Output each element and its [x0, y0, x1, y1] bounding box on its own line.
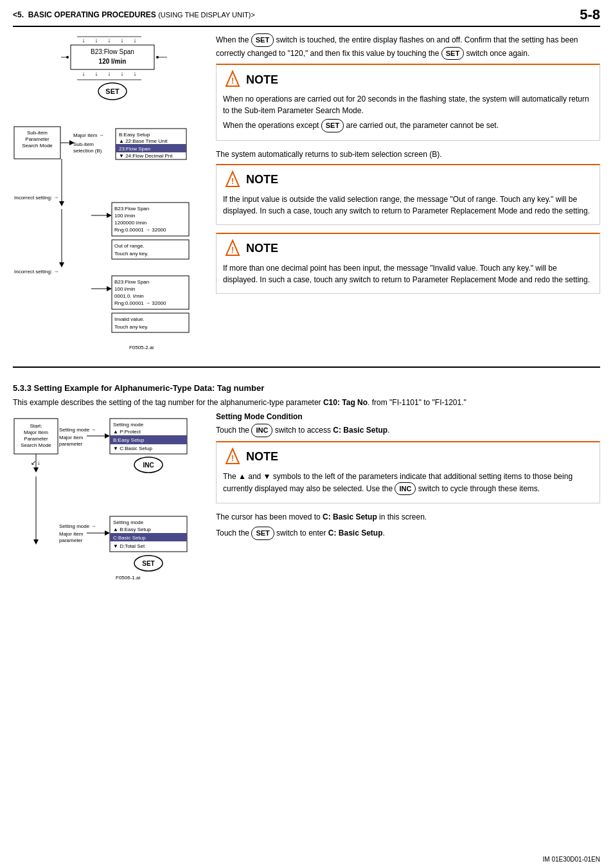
svg-text:SET: SET: [142, 560, 154, 567]
svg-text:!: !: [231, 454, 234, 463]
footer-label: IM 01E30D01-01EN: [543, 856, 601, 863]
note-box-1: ! NOTE When no operations are carried ou…: [216, 64, 600, 141]
svg-text:Search Mode: Search Mode: [21, 442, 51, 448]
svg-text:↓: ↓: [82, 70, 85, 77]
note-box-3: ! NOTE If more than one decimal point ha…: [216, 233, 600, 294]
svg-text:↓: ↓: [134, 37, 137, 44]
page-number: 5-8: [580, 6, 600, 23]
svg-marker-75: [33, 467, 39, 473]
note-header-2: ! NOTE: [223, 170, 593, 190]
svg-text:100 l/min: 100 l/min: [114, 213, 135, 219]
note-title-3: NOTE: [246, 242, 278, 255]
right-text: When the SET switch is touched, the enti…: [216, 33, 600, 359]
svg-text:Incorrect setting: →: Incorrect setting: →: [14, 195, 58, 201]
svg-text:Setting mode: Setting mode: [113, 520, 144, 525]
svg-text:F0505-2.ai: F0505-2.ai: [129, 345, 154, 350]
svg-text:C:Basic Setup: C:Basic Setup: [113, 535, 146, 541]
svg-text:▲ 22:Base Time Unit: ▲ 22:Base Time Unit: [119, 138, 168, 144]
svg-text:↓: ↓: [121, 37, 124, 44]
svg-text:↓: ↓: [108, 37, 111, 44]
svg-text:↓: ↓: [121, 70, 124, 77]
svg-text:parameter: parameter: [59, 538, 83, 543]
svg-text:Setting mode →: Setting mode →: [59, 427, 96, 433]
note-header-1: ! NOTE: [223, 70, 593, 89]
note-box-4: ! NOTE The ▲ and ▼ symbols to the left o…: [216, 441, 600, 504]
svg-text:0001.0.   l/min: 0001.0. l/min: [114, 293, 144, 299]
svg-text:120 l/min: 120 l/min: [99, 58, 127, 65]
svg-text:Start:: Start:: [30, 423, 42, 429]
svg-text:Search Mode: Search Mode: [22, 143, 53, 149]
note-header-3: ! NOTE: [223, 239, 593, 258]
svg-text:100 l/min: 100 l/min: [114, 286, 135, 292]
svg-text:!: !: [231, 177, 234, 186]
set-button-inline: SET: [251, 33, 274, 47]
note-title-4: NOTE: [246, 450, 278, 464]
set-btn-note1: SET: [321, 119, 344, 132]
svg-text:B:Easy Setup: B:Easy Setup: [119, 132, 150, 138]
note-text-4: The ▲ and ▼ symbols to the left of the p…: [223, 471, 593, 496]
svg-marker-92: [33, 539, 39, 545]
bottom-right-text: Setting Mode Condition Touch the INC swi…: [216, 412, 600, 652]
svg-text:Rng:0.00001 → 32000: Rng:0.00001 → 32000: [114, 227, 166, 233]
note-icon-4: !: [223, 448, 242, 467]
setting-mode-text1: Touch the INC switch to access C: Basic …: [216, 424, 600, 437]
svg-text:Incorrect setting: →: Incorrect setting: →: [14, 269, 58, 275]
note-text-1: When no operations are carried out for 2…: [223, 93, 593, 132]
svg-text:Setting mode: Setting mode: [113, 422, 144, 428]
svg-text:Sub-item: Sub-item: [27, 130, 48, 136]
note-icon-1: !: [223, 70, 242, 89]
bottom-diagram-svg: Start: Major Item Parameter Search Mode …: [13, 412, 199, 650]
svg-text:B23:Flow Span: B23:Flow Span: [114, 206, 149, 212]
set-description: When the SET switch is touched, the enti…: [216, 33, 600, 60]
svg-text:Touch any key.: Touch any key.: [114, 251, 148, 257]
set-btn-bottom: SET: [251, 527, 274, 540]
page-title: <5. BASIC OPERATING PROCEDURES (USING TH…: [13, 10, 255, 19]
sub-item-return-text: The system automatically returns to sub-…: [216, 149, 600, 160]
svg-marker-53: [107, 286, 112, 291]
page: <5. BASIC OPERATING PROCEDURES (USING TH…: [0, 0, 613, 868]
setting-mode-condition-label: Setting Mode Condition: [216, 412, 600, 421]
cursor-moved-text: The cursor has been moved to C: Basic Se…: [216, 511, 600, 523]
svg-text:Parameter: Parameter: [24, 436, 48, 442]
note-icon-3: !: [223, 239, 242, 258]
note-box-2: ! NOTE If the input value is outside the…: [216, 164, 600, 225]
svg-text:↓: ↓: [108, 70, 111, 77]
svg-text:selection (B): selection (B): [73, 148, 102, 154]
touch-set-text: Touch the SET switch to enter C: Basic S…: [216, 527, 600, 540]
svg-text:23:Flow Span: 23:Flow Span: [119, 146, 150, 152]
svg-text:B:Easy Setup: B:Easy Setup: [113, 437, 145, 443]
note-text-2: If the input value is outside the valid …: [223, 194, 593, 217]
svg-text:Major item →: Major item →: [73, 132, 104, 138]
svg-marker-50: [59, 262, 64, 267]
svg-text:INC: INC: [143, 462, 154, 469]
svg-text:!: !: [231, 77, 234, 86]
svg-text:▼ 24:Flow Decimal Pnt: ▼ 24:Flow Decimal Pnt: [119, 153, 173, 159]
svg-text:↓: ↓: [95, 37, 98, 44]
svg-text:▲ B:Easy Setup: ▲ B:Easy Setup: [113, 527, 151, 532]
set-button-inline2: SET: [441, 47, 464, 60]
svg-text:▼ D:Total Set: ▼ D:Total Set: [113, 543, 145, 549]
note-header-4: ! NOTE: [223, 448, 593, 467]
svg-text:↓: ↓: [134, 70, 137, 77]
note-text-3: If more than one decimal point has been …: [223, 262, 593, 285]
svg-text:SET: SET: [105, 87, 120, 95]
top-main-content: ↓ ↓ ↓ ↓ ↓ B23:Flow Span 120 l/min ↓ ↓ ↓ …: [13, 33, 600, 359]
svg-text:▲ P:Protect: ▲ P:Protect: [113, 429, 141, 435]
svg-text:F0506-1.ai: F0506-1.ai: [116, 575, 140, 581]
top-display-diagram: ↓ ↓ ↓ ↓ ↓ B23:Flow Span 120 l/min ↓ ↓ ↓ …: [13, 33, 206, 119]
display-svg: ↓ ↓ ↓ ↓ ↓ B23:Flow Span 120 l/min ↓ ↓ ↓ …: [13, 33, 199, 117]
svg-text:Invalid value.: Invalid value.: [114, 316, 145, 322]
page-footer: IM 01E30D01-01EN: [543, 856, 601, 863]
svg-text:↓: ↓: [95, 70, 98, 77]
svg-text:Touch any key.: Touch any key.: [114, 324, 148, 330]
section-533: 5.3.3 Setting Example for Alphanumeric-T…: [13, 366, 600, 652]
svg-text:Setting mode →: Setting mode →: [59, 523, 96, 529]
svg-text:Major Item: Major Item: [24, 429, 48, 435]
svg-text:Parameter: Parameter: [25, 136, 49, 142]
svg-marker-97: [105, 530, 110, 536]
svg-marker-37: [59, 201, 64, 206]
svg-text:▼ C:Basic Setup: ▼ C:Basic Setup: [113, 446, 152, 451]
svg-marker-82: [105, 433, 110, 439]
svg-text:B23:Flow Span: B23:Flow Span: [114, 279, 149, 285]
note-icon-2: !: [223, 170, 242, 190]
